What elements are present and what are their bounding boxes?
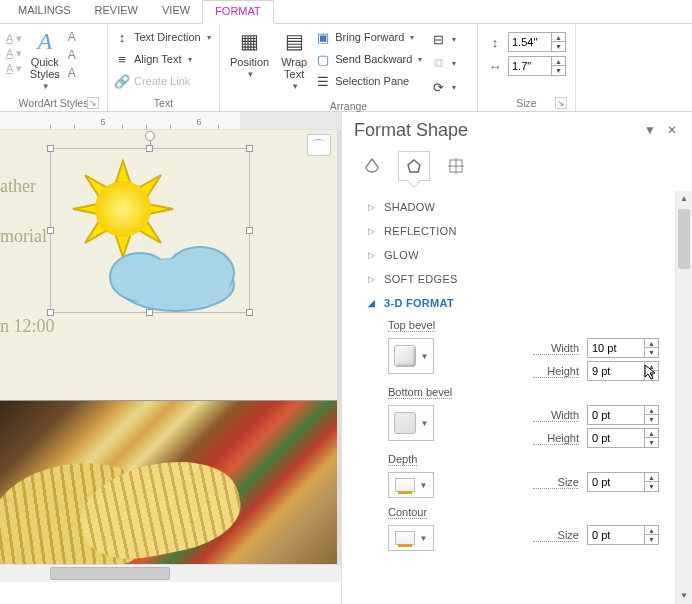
section-reflection[interactable]: ▷REFLECTION [360,219,675,243]
doc-text-1: ather [0,176,36,197]
group-button[interactable]: ⧉▾ [430,52,456,74]
pane-menu-button[interactable]: ▼ [642,123,658,139]
group-text: Text [114,95,213,111]
section-glow[interactable]: ▷GLOW [360,243,675,267]
resize-handle[interactable] [146,145,153,152]
pane-tab-layout[interactable] [440,151,472,181]
expand-icon: ▷ [368,274,378,284]
link-icon: 🔗 [114,73,130,89]
height-up[interactable]: ▲ [551,33,565,42]
selected-shape[interactable] [50,148,250,313]
width-icon: ↔ [484,56,506,76]
pane-close-button[interactable]: ✕ [664,123,680,139]
position-icon: ▦ [237,28,263,54]
quick-styles-button[interactable]: A Quick Styles ▼ [26,26,64,93]
ribbon: A ▾A ▾A ▾ A Quick Styles ▼ A A A WordArt… [0,24,692,112]
resize-handle[interactable] [47,227,54,234]
align-text-icon: ≡ [114,51,130,67]
label-width: Width [533,409,579,422]
width-down[interactable]: ▼ [551,66,565,75]
bottom-bevel-height-input[interactable]: ▲▼ [587,428,659,448]
document-page[interactable]: ather morial n 12:00 [0,130,341,564]
text-style-a1[interactable]: A [68,30,76,44]
resize-handle[interactable] [246,309,253,316]
layout-options-button[interactable]: ⌒ [307,134,331,156]
rotate-button[interactable]: ⟳▾ [430,76,456,98]
resize-handle[interactable] [246,227,253,234]
expand-icon: ▷ [368,226,378,236]
expand-icon: ▷ [368,250,378,260]
collapse-icon: ◢ [368,298,378,308]
pane-tab-fill[interactable] [356,151,388,181]
wordart-dialog-launcher[interactable]: ↘ [87,97,99,109]
shape-height-input[interactable]: ▲▼ [508,32,566,52]
label-width: Width [533,342,579,355]
horizontal-ruler[interactable]: 5 6 [0,112,341,130]
text-fill-outline-effects[interactable]: A ▾A ▾A ▾ [6,26,22,75]
bring-forward-button[interactable]: ▣Bring Forward▾ [315,26,422,48]
selection-pane-button[interactable]: ☰Selection Pane [315,70,422,92]
horizontal-scrollbar[interactable] [0,564,341,582]
scroll-thumb[interactable] [678,209,690,269]
document-area: 5 6 ather morial n 12:00 [0,112,341,604]
resize-handle[interactable] [246,145,253,152]
section-shadow[interactable]: ▷SHADOW [360,195,675,219]
food-image [0,400,337,564]
wrap-text-button[interactable]: ▤ Wrap Text▼ [277,26,311,93]
position-button[interactable]: ▦ Position▼ [226,26,273,81]
color-swatch-icon [395,531,415,545]
section-3d-format[interactable]: ◢3-D FORMAT [360,291,675,315]
text-style-a2[interactable]: A [68,48,76,62]
bottom-bevel-picker[interactable]: ▼ [388,405,434,441]
resize-handle[interactable] [146,309,153,316]
pane-scrollbar[interactable]: ▲ ▼ [675,191,692,604]
top-bevel-width-input[interactable]: ▲▼ [587,338,659,358]
tab-view[interactable]: VIEW [150,0,202,23]
ribbon-tabs: MAILINGS REVIEW VIEW FORMAT [0,0,692,24]
contour-size-input[interactable]: ▲▼ [587,525,659,545]
doc-text-3: n 12:00 [0,316,55,337]
depth-size-input[interactable]: ▲▼ [587,472,659,492]
format-shape-pane: Format Shape ▼ ✕ ▷SHADOW ▷REFLECTION ▷GL… [341,112,692,604]
send-backward-icon: ▢ [315,51,331,67]
label-top-bevel: Top bevel [388,319,435,332]
tb-height-up[interactable]: ▲ [645,362,658,371]
rotation-handle[interactable] [145,131,155,141]
send-backward-button[interactable]: ▢Send Backward▾ [315,48,422,70]
pane-tab-effects[interactable] [398,151,430,181]
resize-handle[interactable] [47,309,54,316]
top-bevel-picker[interactable]: ▼ [388,338,434,374]
contour-color-picker[interactable]: ▼ [388,525,434,551]
bevel-preview-icon [394,345,416,367]
label-size: Size [533,529,579,542]
svg-point-1 [95,181,151,237]
height-down[interactable]: ▼ [551,42,565,51]
group-wordart-styles: WordArt Styles↘ [6,95,101,111]
bottom-bevel-width-input[interactable]: ▲▼ [587,405,659,425]
resize-handle[interactable] [47,145,54,152]
align-icon: ⊟ [430,31,446,47]
pane-title: Format Shape [354,120,636,141]
scroll-down[interactable]: ▼ [676,588,692,604]
tab-mailings[interactable]: MAILINGS [6,0,83,23]
scroll-up[interactable]: ▲ [676,191,692,207]
width-up[interactable]: ▲ [551,57,565,66]
tb-height-down[interactable]: ▼ [645,371,658,380]
text-style-a3[interactable]: A [68,66,76,80]
label-height: Height [533,365,579,378]
bring-forward-icon: ▣ [315,29,331,45]
depth-color-picker[interactable]: ▼ [388,472,434,498]
top-bevel-height-input[interactable]: ▲▼ [587,361,659,381]
text-direction-button[interactable]: ↕Text Direction▾ [114,26,211,48]
shape-width-input[interactable]: ▲▼ [508,56,566,76]
height-icon: ↕ [484,32,506,52]
align-button[interactable]: ⊟▾ [430,28,456,50]
color-swatch-icon [395,478,415,492]
tab-format[interactable]: FORMAT [202,0,274,24]
group-icon: ⧉ [430,55,446,71]
size-dialog-launcher[interactable]: ↘ [555,97,567,109]
section-soft-edges[interactable]: ▷SOFT EDGES [360,267,675,291]
align-text-button[interactable]: ≡Align Text▾ [114,48,192,70]
tab-review[interactable]: REVIEW [83,0,150,23]
label-depth: Depth [388,453,417,466]
